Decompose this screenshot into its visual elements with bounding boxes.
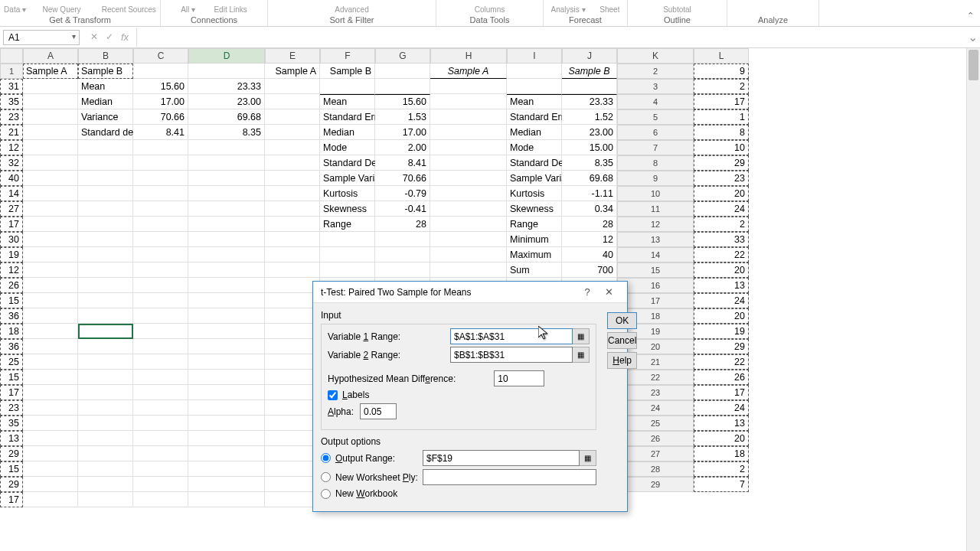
cell[interactable]: -0.79 (375, 186, 430, 201)
cell[interactable] (133, 232, 188, 247)
cell[interactable]: 20 (694, 431, 749, 446)
cell[interactable] (133, 477, 188, 492)
cell[interactable] (188, 64, 265, 79)
cell[interactable]: 22 (694, 247, 749, 262)
cell[interactable]: 7 (694, 477, 749, 492)
cell[interactable] (375, 64, 430, 79)
cell[interactable] (23, 385, 78, 400)
row-header[interactable]: 9 (617, 171, 694, 186)
cell[interactable]: 21 (0, 125, 23, 140)
cell[interactable]: 17 (0, 217, 23, 232)
column-header[interactable]: A (23, 48, 78, 64)
cell[interactable]: 14 (0, 186, 23, 201)
cell[interactable]: Median (320, 125, 375, 140)
cell[interactable]: Range (507, 217, 562, 232)
row-header[interactable]: 3 (617, 79, 694, 94)
cell[interactable]: 12 (0, 140, 23, 155)
cell[interactable] (78, 461, 133, 477)
cell[interactable] (23, 446, 78, 461)
cell[interactable]: 2 (694, 79, 749, 94)
cell[interactable]: Range (320, 217, 375, 232)
cell[interactable] (78, 293, 133, 308)
cell[interactable] (133, 308, 188, 324)
cell[interactable] (430, 171, 507, 186)
cell[interactable]: 15.60 (375, 94, 430, 109)
cell[interactable] (23, 354, 78, 370)
cell[interactable] (78, 324, 133, 339)
cell[interactable]: 35 (0, 416, 23, 431)
cell[interactable] (133, 492, 188, 507)
cell[interactable] (23, 324, 78, 339)
column-header[interactable]: J (562, 48, 617, 64)
cell[interactable]: Mean (507, 94, 562, 109)
cell[interactable] (133, 446, 188, 461)
cell[interactable]: 69.68 (562, 171, 617, 186)
cell[interactable] (133, 293, 188, 308)
cell[interactable]: 13 (694, 416, 749, 431)
cell[interactable]: 30 (0, 232, 23, 247)
cell[interactable] (265, 109, 320, 125)
column-header[interactable]: I (507, 48, 562, 64)
cell[interactable] (78, 308, 133, 324)
cell[interactable] (188, 400, 265, 416)
cell[interactable] (23, 477, 78, 492)
cell[interactable] (133, 431, 188, 446)
cell[interactable] (133, 324, 188, 339)
cell[interactable]: Kurtosis (320, 186, 375, 201)
cell[interactable] (375, 79, 430, 94)
cell[interactable] (78, 354, 133, 370)
cell[interactable]: 700 (562, 262, 617, 278)
cell[interactable]: 2.00 (375, 140, 430, 155)
cell[interactable] (78, 155, 133, 171)
cell[interactable] (375, 247, 430, 262)
cell[interactable] (133, 201, 188, 217)
cell[interactable]: 8.35 (562, 155, 617, 171)
var2-range-picker-icon[interactable]: ▦ (573, 347, 590, 363)
cell[interactable]: 17 (694, 385, 749, 400)
formula-accept-icon[interactable]: ✓ (106, 31, 113, 43)
cell[interactable] (265, 232, 320, 247)
cell[interactable]: Standard Error (507, 109, 562, 125)
column-header[interactable]: H (430, 48, 507, 64)
cell[interactable]: 70.66 (375, 171, 430, 186)
ribbon-item[interactable]: Data ▾ (4, 5, 26, 14)
cell[interactable]: 0.34 (562, 201, 617, 217)
cell[interactable] (430, 232, 507, 247)
cell[interactable] (23, 109, 78, 125)
cancel-button[interactable]: Cancel (607, 332, 637, 349)
cell[interactable]: 15.00 (562, 140, 617, 155)
cell[interactable]: 2 (694, 217, 749, 232)
cell[interactable]: Sample B (78, 64, 133, 79)
cell[interactable] (78, 431, 133, 446)
cell[interactable] (133, 400, 188, 416)
cell[interactable] (188, 416, 265, 431)
cell[interactable]: 8.35 (188, 125, 265, 140)
row-header[interactable]: 6 (617, 125, 694, 140)
cell[interactable] (430, 109, 507, 125)
hyp-diff-input[interactable] (494, 370, 544, 386)
cell[interactable] (78, 400, 133, 416)
row-header[interactable]: 4 (617, 94, 694, 109)
new-worksheet-radio[interactable] (321, 472, 331, 482)
cell[interactable]: 28 (562, 217, 617, 232)
cell[interactable]: 13 (0, 431, 23, 446)
cell[interactable]: 69.68 (188, 109, 265, 125)
cell[interactable] (188, 140, 265, 155)
row-header[interactable]: 1 (0, 64, 23, 79)
cell[interactable]: 8.41 (375, 155, 430, 171)
ok-button[interactable]: OK (607, 312, 637, 329)
cell[interactable] (320, 247, 375, 262)
cell[interactable] (23, 461, 78, 477)
cell[interactable] (23, 293, 78, 308)
cell[interactable] (188, 262, 265, 278)
cell[interactable]: 15 (0, 461, 23, 477)
ribbon-item[interactable]: Recent Sources (102, 5, 156, 14)
cell[interactable] (188, 461, 265, 477)
cell[interactable] (23, 125, 78, 140)
cell[interactable]: 32 (0, 155, 23, 171)
cell[interactable] (23, 492, 78, 507)
cell[interactable] (78, 262, 133, 278)
cell[interactable] (133, 171, 188, 186)
cell[interactable] (430, 155, 507, 171)
cell[interactable]: 23.33 (562, 94, 617, 109)
